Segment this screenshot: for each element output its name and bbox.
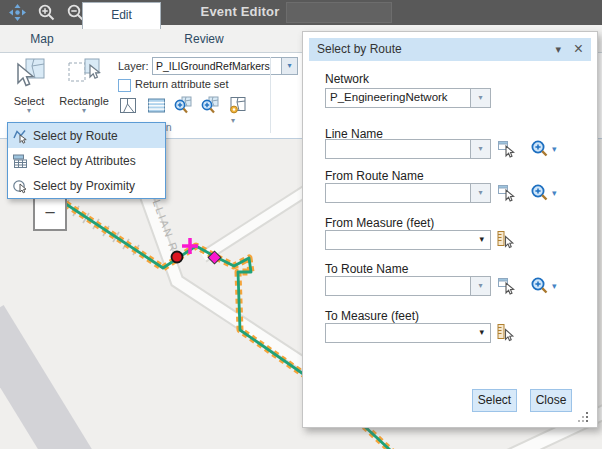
layer-label: Layer: <box>118 60 149 72</box>
selection-options-icon[interactable] <box>227 95 248 116</box>
network-dropdown[interactable]: P_EngineeringNetwork ▾ <box>325 88 491 108</box>
from-route-zoom-caret[interactable]: ▾ <box>552 188 557 198</box>
select-by-route-icon <box>12 128 28 144</box>
pan-icon[interactable] <box>8 3 27 22</box>
from-measure-caret[interactable]: ▾ <box>479 234 484 244</box>
select-tool-button[interactable]: Select ▾ <box>6 56 52 115</box>
return-attribute-set-label: Return attribute set <box>135 78 229 90</box>
map-zoom-out-button[interactable]: − <box>34 196 66 230</box>
close-button[interactable]: Close <box>530 389 572 412</box>
from-route-dropdown-caret[interactable]: ▾ <box>470 184 490 202</box>
from-route-zoom-icon[interactable] <box>530 183 549 202</box>
layer-dropdown-value: P_ILIGroundRefMarkers <box>156 60 280 72</box>
from-route-select-on-map-icon[interactable] <box>497 184 516 203</box>
layer-dropdown[interactable]: P_ILIGroundRefMarkers ▾ <box>152 57 298 75</box>
attribute-table-icon[interactable] <box>146 95 167 116</box>
to-route-dropdown-caret[interactable]: ▾ <box>470 277 490 295</box>
select-by-proximity-icon <box>12 178 28 194</box>
menu-item-select-by-proximity[interactable]: Select by Proximity <box>8 173 165 198</box>
select-button[interactable]: Select <box>472 389 517 412</box>
to-measure-label: To Measure (feet) <box>325 309 419 323</box>
select-dropdown-menu: Select by Route Select by Attributes Sel… <box>7 122 166 199</box>
map-zoom-out-label: − <box>44 202 55 223</box>
menu-item-select-by-attributes[interactable]: Select by Attributes <box>8 148 165 173</box>
to-route-dropdown[interactable]: ▾ <box>325 276 491 296</box>
from-measure-label: From Measure (feet) <box>325 216 434 230</box>
menu-item-label: Select by Route <box>33 129 118 143</box>
to-measure-caret[interactable]: ▾ <box>479 327 484 337</box>
to-measure-value <box>330 326 468 341</box>
tab-map[interactable]: Map <box>2 27 82 52</box>
to-route-label: To Route Name <box>325 262 408 276</box>
select-by-route-panel: Select by Route ▾ × Network P_Engineerin… <box>302 31 598 428</box>
select-tool-icon <box>11 56 47 90</box>
tab-review[interactable]: Review <box>162 27 246 52</box>
from-route-dropdown[interactable]: ▾ <box>325 183 491 203</box>
zoom-to-selection-icon[interactable] <box>172 95 193 116</box>
line-name-dropdown-caret[interactable]: ▾ <box>470 140 490 158</box>
from-route-label: From Route Name <box>325 169 424 183</box>
selection-options-caret[interactable]: ▾ <box>231 117 235 125</box>
to-route-zoom-caret[interactable]: ▾ <box>552 281 557 291</box>
titlebar-inactive-box <box>286 2 392 23</box>
panel-close-icon[interactable]: × <box>574 38 583 60</box>
select-features-icon[interactable] <box>118 95 139 116</box>
return-attribute-set-checkbox[interactable] <box>118 79 131 92</box>
pan-to-selection-icon[interactable] <box>199 95 220 116</box>
to-measure-ruler-icon[interactable] <box>496 323 515 342</box>
rectangle-tool-icon <box>66 56 102 90</box>
panel-title: Select by Route <box>317 38 402 61</box>
select-by-attributes-icon <box>12 153 28 169</box>
resize-grip[interactable] <box>574 412 588 423</box>
to-route-select-on-map-icon[interactable] <box>497 277 516 296</box>
line-select-on-map-icon[interactable] <box>497 140 516 159</box>
network-dropdown-caret[interactable]: ▾ <box>470 89 490 107</box>
network-label: Network <box>325 72 369 86</box>
network-value: P_EngineeringNetwork <box>330 91 468 106</box>
from-measure-ruler-icon[interactable] <box>496 230 515 249</box>
from-measure-value <box>330 233 468 248</box>
menu-item-select-by-route[interactable]: Select by Route <box>8 123 165 148</box>
line-name-dropdown[interactable]: ▾ <box>325 139 491 159</box>
point-event-marker <box>172 252 183 263</box>
tab-edit[interactable]: Edit <box>82 2 161 29</box>
rectangle-tool-button[interactable]: Rectangle ▾ <box>56 56 112 115</box>
line-zoom-icon[interactable] <box>530 139 549 158</box>
from-route-value <box>330 186 468 201</box>
to-route-zoom-icon[interactable] <box>530 276 549 295</box>
layer-dropdown-caret[interactable]: ▾ <box>281 58 297 74</box>
to-route-value <box>330 279 468 294</box>
rectangle-tool-caret[interactable]: ▾ <box>56 107 112 115</box>
ribbon-separator <box>270 57 271 133</box>
panel-menu-caret[interactable]: ▾ <box>555 38 561 61</box>
menu-item-label: Select by Proximity <box>33 179 135 193</box>
line-zoom-caret[interactable]: ▾ <box>552 144 557 154</box>
to-measure-dropdown[interactable]: ▾ <box>325 323 491 343</box>
line-name-value <box>330 142 468 157</box>
zoom-in-icon[interactable] <box>37 3 56 22</box>
menu-item-label: Select by Attributes <box>33 154 136 168</box>
panel-header[interactable]: Select by Route ▾ × <box>309 38 591 61</box>
event-editor-window: Event Editor Map Review Edit Select ▾ Re… <box>0 0 602 449</box>
select-tool-caret[interactable]: ▾ <box>6 107 52 115</box>
from-measure-dropdown[interactable]: ▾ <box>325 230 491 250</box>
